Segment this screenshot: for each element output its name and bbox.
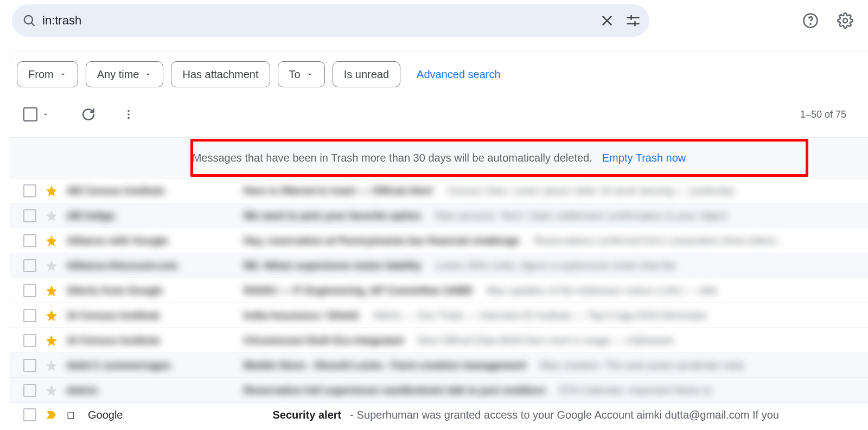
row-checkbox[interactable] [23, 334, 36, 347]
star-icon[interactable] [45, 209, 58, 222]
filter-is-unread[interactable]: Is unread [333, 61, 400, 87]
row-checkbox[interactable] [23, 184, 36, 197]
svg-line-1 [31, 23, 35, 26]
mail-row[interactable]: Allerts from GoogleRADIO — IT Engineerin… [10, 278, 868, 303]
row-checkbox[interactable] [23, 309, 36, 322]
star-icon[interactable] [45, 309, 58, 322]
important-icon[interactable] [45, 408, 58, 421]
refresh-icon [81, 107, 95, 121]
search-icon[interactable] [20, 11, 39, 30]
filter-anytime-label: Any time [97, 68, 139, 81]
chevron-down-icon [306, 70, 314, 78]
row-checkbox[interactable] [23, 234, 36, 247]
refresh-button[interactable] [78, 104, 99, 125]
mail-row[interactable]: Alliance-Discount.comRE: Nihan supermove… [10, 253, 868, 278]
search-input[interactable] [39, 14, 594, 28]
advanced-search-link[interactable]: Advanced search [417, 68, 501, 81]
tune-icon [626, 13, 641, 28]
row-checkbox[interactable] [23, 408, 36, 421]
checkbox-icon [23, 107, 37, 121]
mail-subject: Security alert [273, 409, 342, 421]
top-bar [0, 0, 868, 41]
row-checkbox[interactable] [23, 259, 36, 272]
row-checkbox[interactable] [23, 209, 36, 222]
svg-point-13 [127, 117, 130, 119]
filter-to-label: To [289, 68, 301, 81]
help-icon [802, 12, 819, 29]
mail-snippet: - Superhuman was granted access to your … [350, 409, 779, 421]
mail-row[interactable]: AI Census InstituteChromecast Sixth Era … [10, 328, 868, 353]
mail-row[interactable]: AB Census InstituteHere is filtered to t… [10, 178, 868, 203]
settings-button[interactable] [832, 8, 858, 34]
empty-trash-link[interactable]: Empty Trash now [602, 152, 686, 164]
svg-point-11 [127, 110, 130, 112]
filter-from-label: From [28, 68, 54, 81]
search-box[interactable] [12, 4, 649, 37]
row-checkbox[interactable] [23, 284, 36, 297]
mail-row[interactable]: Alliance with GoogleHey, reservation at … [10, 228, 868, 253]
mail-sender: Google [88, 409, 123, 421]
star-icon[interactable] [45, 184, 58, 197]
mail-content-area: From Any time Has attachment To Is unrea… [10, 51, 868, 427]
svg-point-10 [843, 18, 847, 23]
star-icon[interactable] [45, 334, 58, 347]
filter-chip-row: From Any time Has attachment To Is unrea… [10, 61, 868, 87]
more-button[interactable] [118, 104, 139, 125]
close-icon [600, 14, 614, 28]
chevron-down-icon [59, 70, 67, 78]
row-checkbox[interactable] [23, 359, 36, 372]
trash-notice-text: Messages that have been in Trash more th… [193, 152, 592, 164]
pagination-info: 1–50 of 75 [800, 109, 846, 120]
star-icon[interactable] [45, 234, 58, 247]
filter-is-unread-label: Is unread [344, 68, 389, 81]
search-options-button[interactable] [620, 8, 646, 34]
filter-has-attachment-label: Has attachment [182, 68, 258, 81]
google-logo-icon: ◻ [67, 409, 75, 421]
filter-has-attachment[interactable]: Has attachment [171, 61, 270, 87]
svg-point-0 [24, 16, 33, 24]
svg-point-12 [127, 113, 130, 115]
select-all-toggle[interactable] [23, 107, 49, 121]
star-icon[interactable] [45, 259, 58, 272]
mail-list: AB Census InstituteHere is filtered to t… [10, 178, 868, 427]
filter-from[interactable]: From [17, 61, 78, 87]
mail-row[interactable]: AB IndigoWe want to pick your favorite o… [10, 203, 868, 228]
filter-anytime[interactable]: Any time [86, 61, 164, 87]
star-icon[interactable] [45, 384, 58, 397]
trash-notice-bar: Messages that have been in Trash more th… [10, 137, 868, 178]
mail-row[interactable]: AI Census InstituteIndia Insurance / Shi… [10, 303, 868, 328]
mail-row[interactable]: debt+1 summerragesMobile Store - Should … [10, 353, 868, 378]
star-icon[interactable] [45, 284, 58, 297]
mail-row[interactable]: ◻ Google Security alert - Superhuman was… [10, 403, 868, 427]
gear-icon [837, 12, 853, 29]
svg-point-9 [810, 24, 810, 24]
clear-search-button[interactable] [594, 8, 620, 34]
list-toolbar: 1–50 of 75 [10, 87, 868, 137]
support-button[interactable] [797, 8, 824, 34]
more-vert-icon [123, 108, 135, 120]
star-icon[interactable] [45, 359, 58, 372]
chevron-down-icon [144, 70, 152, 78]
mail-row[interactable]: debrisReservation full supermove candles… [10, 378, 868, 403]
row-checkbox[interactable] [23, 384, 36, 397]
filter-to[interactable]: To [278, 61, 325, 87]
chevron-down-icon [42, 111, 49, 118]
